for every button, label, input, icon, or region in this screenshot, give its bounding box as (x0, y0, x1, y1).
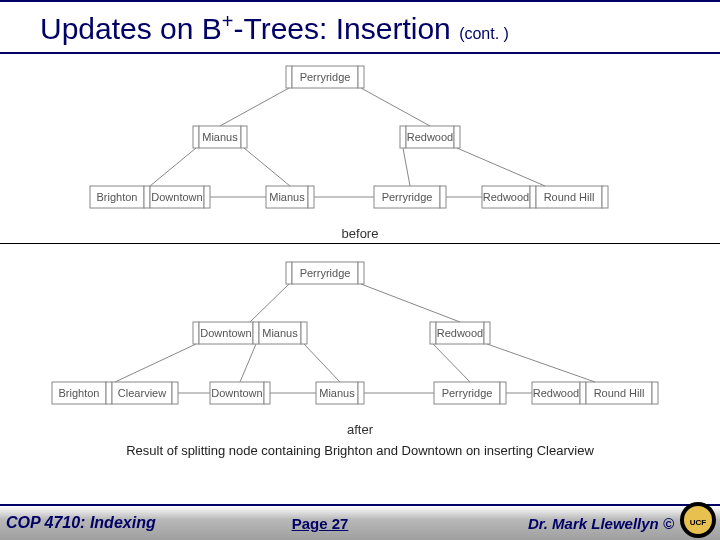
svg-line-30 (220, 88, 289, 126)
svg-line-78 (240, 344, 256, 382)
svg-line-34 (403, 148, 410, 186)
title-pre: Updates on B (40, 12, 222, 45)
svg-rect-14 (144, 186, 150, 208)
svg-text:Perryridge: Perryridge (382, 191, 433, 203)
title-post: -Trees: Insertion (233, 12, 450, 45)
svg-rect-42 (358, 262, 364, 284)
svg-text:Round Hill: Round Hill (594, 387, 645, 399)
svg-rect-0 (286, 66, 292, 88)
ucf-logo-icon: UCF (678, 500, 718, 540)
svg-text:Round Hill: Round Hill (544, 191, 595, 203)
svg-text:Downtown: Downtown (151, 191, 202, 203)
page-title: Updates on B+-Trees: Insertion (cont. ) (0, 2, 720, 50)
svg-line-81 (487, 344, 595, 382)
svg-rect-59 (172, 382, 178, 404)
svg-line-76 (361, 284, 460, 322)
svg-line-77 (115, 344, 196, 382)
tree-after: PerryridgeDowntownMianusRedwoodBrightonC… (0, 250, 720, 420)
svg-rect-74 (652, 382, 658, 404)
svg-rect-56 (106, 382, 112, 404)
svg-text:UCF: UCF (690, 518, 707, 527)
svg-line-32 (150, 148, 196, 186)
svg-rect-46 (253, 322, 259, 344)
svg-text:Perryridge: Perryridge (442, 387, 493, 399)
svg-text:Mianus: Mianus (202, 131, 238, 143)
svg-line-35 (457, 148, 545, 186)
caption-after: after (0, 422, 720, 437)
footer-course: COP 4710: Indexing (0, 514, 292, 532)
svg-rect-26 (530, 186, 536, 208)
svg-rect-71 (580, 382, 586, 404)
title-cont: (cont. ) (459, 25, 509, 42)
svg-rect-20 (308, 186, 314, 208)
svg-line-80 (433, 344, 470, 382)
svg-text:Downtown: Downtown (200, 327, 251, 339)
svg-text:Redwood: Redwood (437, 327, 483, 339)
footer-page: Page 27 (292, 515, 389, 532)
svg-line-31 (361, 88, 430, 126)
svg-rect-3 (358, 66, 364, 88)
svg-text:Redwood: Redwood (533, 387, 579, 399)
footer: COP 4710: Indexing Page 27 Dr. Mark Llew… (0, 504, 720, 540)
svg-rect-39 (286, 262, 292, 284)
svg-rect-43 (193, 322, 199, 344)
svg-text:Mianus: Mianus (269, 191, 305, 203)
tree-after-svg: PerryridgeDowntownMianusRedwoodBrightonC… (0, 250, 720, 420)
tree-before-svg: PerryridgeMianusRedwoodBrightonDowntownM… (0, 54, 720, 224)
result-text: Result of splitting node containing Brig… (0, 443, 720, 458)
svg-text:Mianus: Mianus (319, 387, 355, 399)
svg-text:Clearview: Clearview (118, 387, 166, 399)
divider (0, 243, 720, 244)
svg-text:Brighton: Brighton (97, 191, 138, 203)
svg-rect-65 (358, 382, 364, 404)
svg-rect-23 (440, 186, 446, 208)
svg-text:Mianus: Mianus (262, 327, 298, 339)
svg-rect-49 (301, 322, 307, 344)
svg-text:Perryridge: Perryridge (300, 267, 351, 279)
svg-rect-11 (454, 126, 460, 148)
svg-rect-68 (500, 382, 506, 404)
svg-line-79 (304, 344, 340, 382)
svg-rect-29 (602, 186, 608, 208)
svg-text:Redwood: Redwood (407, 131, 453, 143)
svg-text:Downtown: Downtown (211, 387, 262, 399)
svg-rect-4 (193, 126, 199, 148)
svg-text:Brighton: Brighton (59, 387, 100, 399)
tree-before: PerryridgeMianusRedwoodBrightonDowntownM… (0, 54, 720, 224)
svg-rect-8 (400, 126, 406, 148)
svg-rect-50 (430, 322, 436, 344)
title-sup: + (222, 10, 234, 32)
svg-rect-17 (204, 186, 210, 208)
caption-before: before (0, 226, 720, 241)
svg-rect-62 (264, 382, 270, 404)
svg-line-33 (244, 148, 290, 186)
svg-text:Perryridge: Perryridge (300, 71, 351, 83)
svg-rect-7 (241, 126, 247, 148)
svg-line-75 (250, 284, 289, 322)
svg-text:Redwood: Redwood (483, 191, 529, 203)
svg-rect-53 (484, 322, 490, 344)
footer-author: Dr. Mark Llewellyn © (388, 515, 720, 532)
